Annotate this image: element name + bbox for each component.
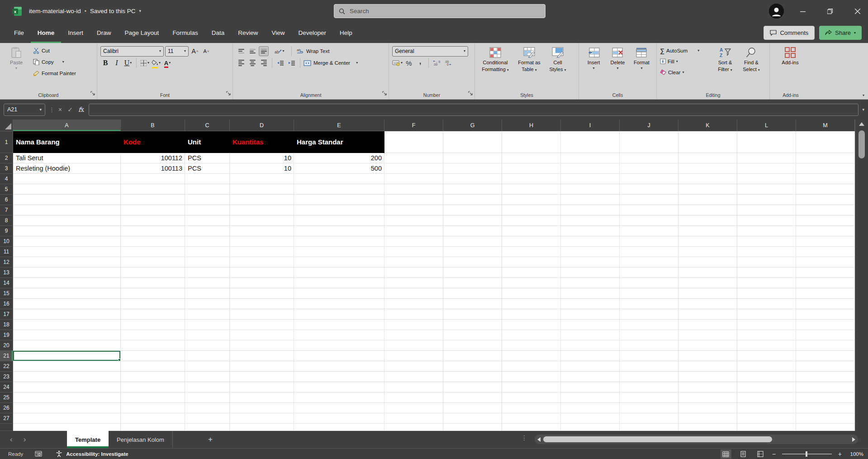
cell-K18[interactable]	[678, 320, 737, 330]
cell-J21[interactable]	[620, 351, 678, 361]
cell-E4[interactable]	[294, 174, 384, 184]
cell-K26[interactable]	[678, 403, 737, 413]
cell-K17[interactable]	[678, 309, 737, 320]
cell-K3[interactable]	[678, 163, 737, 174]
cell-J26[interactable]	[620, 403, 678, 413]
insert-cells-button[interactable]: Insert ▾	[582, 45, 605, 70]
cell-M27[interactable]	[796, 413, 855, 424]
name-box[interactable]: A21▾	[4, 104, 45, 116]
row-header-15[interactable]: 15	[0, 288, 13, 299]
cell-B4[interactable]	[121, 174, 185, 184]
cell-C19[interactable]	[185, 330, 230, 340]
cell-C17[interactable]	[185, 309, 230, 320]
cell-E23[interactable]	[294, 372, 384, 382]
cell-M-partial[interactable]	[796, 424, 855, 431]
cell-H6[interactable]	[502, 195, 561, 205]
ribbon-tab-formulas[interactable]: Formulas	[166, 22, 204, 43]
enter-icon[interactable]: ✓	[67, 106, 73, 113]
cell-B8[interactable]	[121, 215, 185, 226]
cell-M4[interactable]	[796, 174, 855, 184]
share-button[interactable]: Share ▾	[819, 26, 862, 40]
cell-G18[interactable]	[443, 320, 502, 330]
cell-E26[interactable]	[294, 403, 384, 413]
autosum-button[interactable]: ∑ AutoSum▾	[660, 45, 711, 56]
cell-I3[interactable]	[561, 163, 620, 174]
decrease-font-size-button[interactable]: A˅	[201, 46, 211, 56]
sheet-nav-left-icon[interactable]: ‹	[10, 435, 13, 444]
search-input[interactable]	[349, 7, 541, 15]
cell-B-partial[interactable]	[121, 424, 185, 431]
cell-J4[interactable]	[620, 174, 678, 184]
orientation-button[interactable]: ab▾	[275, 46, 285, 56]
clear-button[interactable]: Clear▾	[660, 67, 711, 77]
scroll-right-icon[interactable]	[852, 437, 855, 442]
cell-G20[interactable]	[443, 340, 502, 351]
align-left-button[interactable]	[236, 58, 246, 68]
zoom-out-button[interactable]: −	[772, 450, 776, 458]
cell-E27[interactable]	[294, 413, 384, 424]
cell-J24[interactable]	[620, 382, 678, 392]
cell-J2[interactable]	[620, 153, 678, 163]
cell-F2[interactable]	[384, 153, 443, 163]
row-header-21[interactable]: 21	[0, 351, 13, 361]
cell-D2[interactable]: 10	[230, 153, 294, 163]
cell-F16[interactable]	[384, 299, 443, 309]
cell-F27[interactable]	[384, 413, 443, 424]
cell-I1[interactable]	[561, 131, 620, 153]
ribbon-tab-draw[interactable]: Draw	[90, 22, 118, 43]
cell-L2[interactable]	[737, 153, 796, 163]
scroll-left-icon[interactable]	[537, 437, 541, 442]
cell-I16[interactable]	[561, 299, 620, 309]
cell-E13[interactable]	[294, 268, 384, 278]
cell-L27[interactable]	[737, 413, 796, 424]
cell-C18[interactable]	[185, 320, 230, 330]
cell-L14[interactable]	[737, 278, 796, 288]
cell-G22[interactable]	[443, 361, 502, 372]
cell-A15[interactable]	[13, 288, 121, 299]
cell-J3[interactable]	[620, 163, 678, 174]
ribbon-tab-home[interactable]: Home	[31, 22, 62, 43]
cell-B16[interactable]	[121, 299, 185, 309]
cell-G7[interactable]	[443, 205, 502, 215]
cell-C9[interactable]	[185, 226, 230, 236]
cell-H11[interactable]	[502, 247, 561, 257]
cell-B18[interactable]	[121, 320, 185, 330]
cell-D13[interactable]	[230, 268, 294, 278]
row-header-5[interactable]: 5	[0, 184, 13, 195]
cell-C2[interactable]: PCS	[185, 153, 230, 163]
cell-K27[interactable]	[678, 413, 737, 424]
formula-bar-expand-icon[interactable]: ▾	[862, 108, 864, 112]
cell-G9[interactable]	[443, 226, 502, 236]
cell-A22[interactable]	[13, 361, 121, 372]
close-button[interactable]	[847, 0, 868, 22]
cell-H21[interactable]	[502, 351, 561, 361]
cell-E20[interactable]	[294, 340, 384, 351]
cell-D14[interactable]	[230, 278, 294, 288]
cell-G2[interactable]	[443, 153, 502, 163]
cell-I6[interactable]	[561, 195, 620, 205]
cell-D9[interactable]	[230, 226, 294, 236]
cell-L9[interactable]	[737, 226, 796, 236]
cell-J22[interactable]	[620, 361, 678, 372]
cell-G5[interactable]	[443, 184, 502, 195]
cell-H10[interactable]	[502, 236, 561, 247]
cell-F25[interactable]	[384, 392, 443, 403]
cell-M2[interactable]	[796, 153, 855, 163]
cell-J17[interactable]	[620, 309, 678, 320]
number-format-select[interactable]: General▾	[392, 46, 468, 57]
cell-F-partial[interactable]	[384, 424, 443, 431]
cell-A10[interactable]	[13, 236, 121, 247]
cell-B22[interactable]	[121, 361, 185, 372]
align-center-button[interactable]	[247, 58, 257, 68]
row-header-22[interactable]: 22	[0, 361, 13, 372]
cell-M18[interactable]	[796, 320, 855, 330]
cell-B10[interactable]	[121, 236, 185, 247]
cell-F10[interactable]	[384, 236, 443, 247]
cell-F13[interactable]	[384, 268, 443, 278]
decrease-decimal-button[interactable]: .000	[443, 58, 453, 68]
cell-K15[interactable]	[678, 288, 737, 299]
cell-A17[interactable]	[13, 309, 121, 320]
find-select-button[interactable]: Find & Select ▾	[740, 45, 763, 77]
cell-M16[interactable]	[796, 299, 855, 309]
row-header-3[interactable]: 3	[0, 163, 13, 174]
